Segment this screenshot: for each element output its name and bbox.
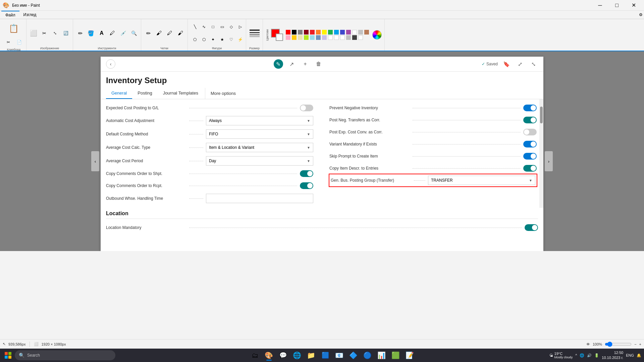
heart-shape[interactable]: ♡ [226,35,236,45]
color-silver[interactable] [346,35,351,40]
taskbar-search-bar[interactable]: 🔍 Search [15,350,115,360]
taskbar-teams2[interactable]: 🟦 [319,349,332,361]
zoom-in-button[interactable]: + [639,342,641,346]
color-w4[interactable] [340,35,345,40]
external-link-button[interactable]: ⤢ [515,59,525,69]
color-pink[interactable] [286,35,290,40]
lightning-shape[interactable]: ⚡ [235,35,245,45]
tab-view[interactable]: Изглед [19,11,41,18]
taskbar-outlook[interactable]: 📧 [333,349,346,361]
tab-file[interactable]: Файл [1,11,19,19]
copy-button[interactable]: 📄 [14,37,24,47]
color-black[interactable] [292,30,297,35]
color-w3[interactable] [334,35,339,40]
expected-cost-toggle[interactable] [300,105,313,111]
color-lime[interactable] [304,35,309,40]
gen-bus-posting-dropdown[interactable]: TRANSFER ▼ [428,176,535,185]
select-button[interactable]: ⬜ [29,28,39,38]
line-shape[interactable]: ╲ [190,22,200,32]
fullscreen-button[interactable]: ⤡ [529,59,538,69]
color-brightred[interactable] [310,30,315,35]
crop-button[interactable]: ✂ [39,28,49,38]
tab-journal-templates[interactable]: Journal Templates [158,88,204,99]
color-steelblue[interactable] [316,35,321,40]
curve-shape[interactable]: ∿ [199,22,209,32]
fill-button[interactable]: 🪣 [86,28,96,38]
rect2-shape[interactable]: ▭ [217,22,227,32]
scrollbar-thumb[interactable] [540,107,543,123]
system-tray-arrow[interactable]: ^ [575,353,577,357]
cut-button[interactable]: ✂ [3,37,13,47]
diamond-shape[interactable]: ◇ [226,22,236,32]
battery-icon[interactable]: 🔋 [594,353,599,358]
taskbar-nav[interactable]: 🟩 [389,349,402,361]
nav-right-button[interactable]: › [545,151,553,171]
post-exp-cost-toggle[interactable] [523,129,537,135]
secondary-color-box[interactable] [276,34,283,41]
color-blue[interactable] [334,30,339,35]
color-orange[interactable] [316,30,321,35]
zoom-out-button[interactable]: − [634,342,636,346]
taskbar-paint[interactable]: 🎨 [262,349,276,361]
copy-item-descr-toggle[interactable] [523,165,537,172]
outbound-whse-input[interactable] [206,194,313,203]
rect-shape[interactable]: □ [208,22,218,32]
rotate-button[interactable]: 🔄 [61,28,71,38]
tab-posting[interactable]: Posting [132,88,157,99]
settings-icon[interactable]: ⚙ [639,12,643,17]
volume-icon[interactable]: 🔊 [587,353,592,358]
delete-button[interactable]: 🗑 [314,59,323,69]
taskbar-files[interactable]: 📁 [305,349,318,361]
avg-cost-calc-dropdown[interactable]: Item & Location & Variant ▼ [206,143,313,152]
post-neg-transfers-toggle[interactable] [523,117,537,123]
network-icon[interactable]: 🌐 [580,353,584,358]
tab-general[interactable]: General [106,88,132,99]
add-button[interactable]: + [301,59,310,69]
taskbar-teams[interactable]: 💬 [276,349,290,361]
taskbar-excel[interactable]: 📊 [375,349,388,361]
weather-widget[interactable]: 🌤 19°C Mostly cloudy [549,352,573,359]
pencil-button[interactable]: ✏ [75,28,85,38]
nav-left-button[interactable]: ‹ [91,151,99,171]
color-purple[interactable] [346,30,351,35]
color-lavender[interactable] [322,35,327,40]
hex-shape[interactable]: ⬡ [199,35,209,45]
color-yellow[interactable] [322,30,327,35]
color-lightgray[interactable] [358,30,363,35]
star4-shape[interactable]: ✦ [208,35,218,45]
prevent-neg-inv-toggle[interactable] [523,105,537,111]
color-brown[interactable] [364,30,369,35]
paste-button[interactable]: 📋 [8,20,20,37]
start-button[interactable] [3,350,13,361]
color-picker-button[interactable]: 💉 [118,28,128,38]
maximize-button[interactable]: □ [609,0,625,11]
default-costing-dropdown[interactable]: FIFO ▼ [206,129,313,139]
color-white[interactable] [352,30,357,35]
zoom-slider[interactable] [605,342,632,347]
pentagon-shape[interactable]: ⬠ [190,35,200,45]
scrollbar[interactable] [539,99,543,208]
color-cream[interactable] [298,35,303,40]
color-skyblue[interactable] [310,35,315,40]
skip-prompt-toggle[interactable] [523,153,537,160]
copy-comments-shpt-toggle[interactable] [300,170,313,177]
color-w5[interactable] [358,35,363,40]
color-red[interactable] [286,30,290,35]
location-mandatory-toggle[interactable] [525,224,538,231]
custom-color-picker[interactable] [372,30,382,40]
share-button[interactable]: ↗ [287,59,297,69]
color-gray[interactable] [298,30,303,35]
more-options-tab[interactable]: More options [205,88,241,99]
color-indigo[interactable] [340,30,345,35]
text-button[interactable]: A [97,28,107,38]
variant-mandatory-toggle[interactable] [523,141,537,147]
brush2-button[interactable]: 🖌 [154,28,164,38]
resize-button[interactable]: ⤡ [50,28,60,38]
back-button[interactable]: ‹ [106,59,115,69]
eraser-button[interactable]: 🖊 [107,28,117,38]
color-darkred[interactable] [304,30,309,35]
copy-comments-rcpt-toggle[interactable] [300,182,313,189]
brush3-button[interactable]: 🖊 [165,28,175,38]
edit-icon-button[interactable]: ✎ [274,59,283,69]
arrow-shape[interactable]: ▷ [235,22,245,32]
